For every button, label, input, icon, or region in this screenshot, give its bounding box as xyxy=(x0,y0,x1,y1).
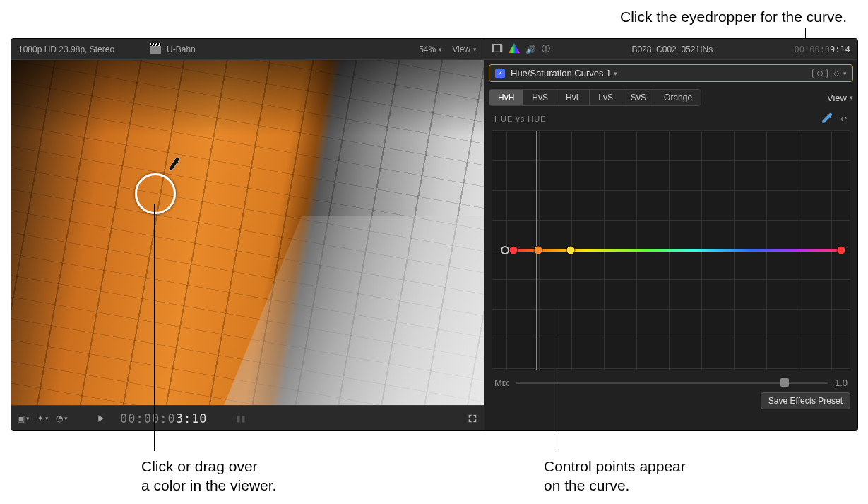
viewer-canvas[interactable] xyxy=(11,60,484,405)
callout-top-text: Click the eyedropper for the curve. xyxy=(620,8,847,25)
mask-icon[interactable] xyxy=(812,69,828,78)
chevron-down-icon: ▾ xyxy=(850,94,853,101)
mix-slider[interactable] xyxy=(516,382,828,384)
viewer-panel: 1080p HD 23.98p, Stereo U-Bahn 54% ▾ Vie… xyxy=(11,39,484,430)
effect-enable-checkbox[interactable]: ✓ xyxy=(495,69,505,78)
svg-rect-2 xyxy=(500,45,502,52)
app-window: 1080p HD 23.98p, Stereo U-Bahn 54% ▾ Vie… xyxy=(11,38,858,431)
hue-spectrum xyxy=(513,249,843,252)
inspector-clip-name: B028_C002_0521INs xyxy=(557,45,787,54)
tab-lvs[interactable]: LvS xyxy=(590,90,622,105)
viewer-clip-name: U-Bahn xyxy=(167,45,196,54)
fullscreen-button[interactable] xyxy=(467,413,478,424)
callout-bottom-left: Click or drag over a color in the viewer… xyxy=(141,457,276,496)
callout-top: Click the eyedropper for the curve. xyxy=(620,7,847,26)
view-label: View xyxy=(452,45,470,54)
play-button[interactable] xyxy=(95,413,106,424)
tab-hvh[interactable]: HvH xyxy=(489,90,523,105)
curve-header: HUE vs HUE ↩ xyxy=(484,109,857,127)
tab-svs[interactable]: SvS xyxy=(622,90,655,105)
callout-line-right xyxy=(554,305,554,451)
chevron-down-icon: ▾ xyxy=(473,46,477,53)
control-point-red-end[interactable] xyxy=(838,247,845,254)
view-dropdown[interactable]: View ▾ xyxy=(452,45,477,54)
chevron-down-icon: ▾ xyxy=(439,46,442,53)
viewer-image xyxy=(11,60,484,405)
inspector-view-dropdown[interactable]: View ▾ xyxy=(827,93,853,103)
control-point-red-start[interactable] xyxy=(510,247,518,254)
inspector-footer: Save Effects Preset xyxy=(484,388,857,415)
curve-title: HUE vs HUE xyxy=(494,115,547,123)
viewer-footer: ▣▾ ✦▾ ◔▾ 00:00:03:10 ▮▮ xyxy=(11,405,484,430)
viewer-format: 1080p HD 23.98p, Stereo xyxy=(18,45,114,54)
callout-br-line1: Control points appear xyxy=(544,457,686,476)
retime-tool-dropdown[interactable]: ◔▾ xyxy=(56,414,68,423)
curve-tab-row: HvH HvS HvL LvS SvS Orange View ▾ xyxy=(484,86,857,109)
inspector-panel: 🔊 ⓘ B028_C002_0521INs 00:00:09:14 ✓ Hue/… xyxy=(484,39,857,430)
loupe-circle xyxy=(135,173,176,214)
svg-rect-1 xyxy=(492,45,494,52)
mix-value: 1.0 xyxy=(835,377,848,388)
clapperboard-icon xyxy=(150,45,161,54)
eyedropper-loupe[interactable] xyxy=(135,173,176,214)
inspector-header: 🔊 ⓘ B028_C002_0521INs 00:00:09:14 xyxy=(484,39,857,60)
save-effects-preset-button[interactable]: Save Effects Preset xyxy=(761,392,850,409)
callout-bottom-right: Control points appear on the curve. xyxy=(544,457,686,496)
mix-slider-thumb[interactable] xyxy=(780,378,789,387)
callout-line-left xyxy=(154,204,155,451)
mix-label: Mix xyxy=(494,377,509,388)
transform-tool-dropdown[interactable]: ✦▾ xyxy=(37,414,49,423)
video-inspector-icon[interactable] xyxy=(492,42,503,56)
keyframe-controls[interactable]: ◇ ▾ xyxy=(833,69,847,78)
timecode-dim: 00:00:0 xyxy=(120,411,176,426)
callout-br-line2: on the curve. xyxy=(544,476,686,495)
callout-bl-line2: a color in the viewer. xyxy=(141,476,276,495)
tab-hvl[interactable]: HvL xyxy=(557,90,590,105)
eyedropper-button[interactable] xyxy=(821,112,833,126)
chevron-down-icon[interactable]: ▾ xyxy=(614,70,617,77)
control-point-orange[interactable] xyxy=(535,247,542,254)
zoom-value: 54% xyxy=(419,45,436,54)
tab-orange[interactable]: Orange xyxy=(655,90,701,105)
info-inspector-icon[interactable]: ⓘ xyxy=(542,43,550,55)
curve-editor[interactable] xyxy=(492,130,850,370)
crop-tool-dropdown[interactable]: ▣▾ xyxy=(17,414,30,423)
svg-marker-3 xyxy=(509,43,520,53)
audio-meter-icon: ▮▮ xyxy=(236,414,246,423)
tab-hvs[interactable]: HvS xyxy=(523,90,557,105)
effect-name: Hue/Saturation Curves 1 xyxy=(511,68,611,78)
audio-inspector-icon[interactable]: 🔊 xyxy=(525,45,536,54)
effect-header-row[interactable]: ✓ Hue/Saturation Curves 1 ▾ ◇ ▾ xyxy=(489,64,853,82)
color-inspector-icon[interactable] xyxy=(509,43,520,55)
viewer-timecode[interactable]: 00:00:03:10 xyxy=(120,411,208,426)
zoom-dropdown[interactable]: 54% ▾ xyxy=(419,45,442,54)
control-point-yellow[interactable] xyxy=(566,247,574,254)
eyedropper-icon xyxy=(165,155,184,176)
curve-tabs: HvH HvS HvL LvS SvS Orange xyxy=(489,89,701,106)
mix-row: Mix 1.0 xyxy=(484,373,857,388)
reset-button[interactable]: ↩ xyxy=(840,115,848,124)
curve-origin[interactable] xyxy=(501,246,509,254)
viewer-header: 1080p HD 23.98p, Stereo U-Bahn 54% ▾ Vie… xyxy=(11,39,484,60)
inspector-timecode: 00:00:09:14 xyxy=(795,45,850,54)
callout-bl-line1: Click or drag over xyxy=(141,457,276,476)
timecode-hi: 3:10 xyxy=(176,411,208,426)
